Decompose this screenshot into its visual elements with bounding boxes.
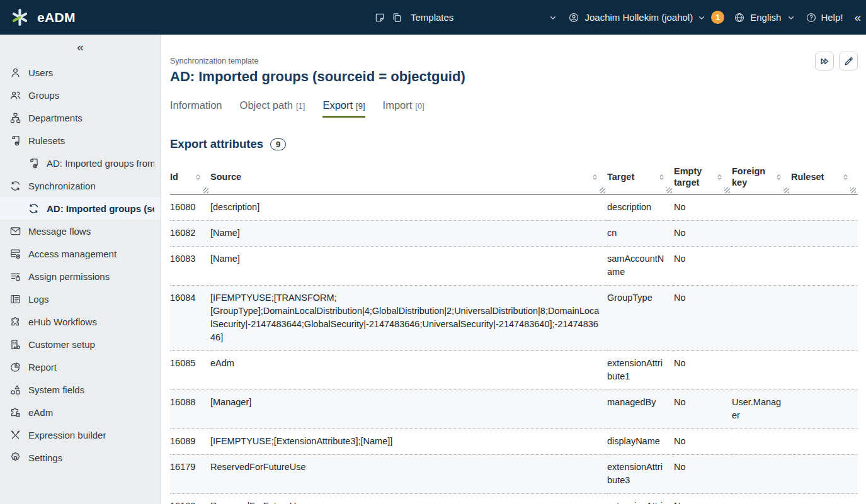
sidebar-item-groups[interactable]: Groups <box>0 84 161 106</box>
sidebar-item-expression-builder[interactable]: Expression builder <box>0 423 161 446</box>
sidebar-collapse-icon[interactable]: « <box>0 38 161 61</box>
run-sync-button[interactable] <box>815 52 834 70</box>
puzzle-info-icon <box>9 406 21 418</box>
sidebar-item-assign-permissions[interactable]: Assign permissions <box>0 265 161 288</box>
sort-icon[interactable] <box>715 172 724 182</box>
sidebar-item-ehub-workflows[interactable]: eHub Workflows <box>0 310 161 333</box>
tab-information[interactable]: Information <box>170 99 222 118</box>
chevron-down-icon <box>786 13 796 23</box>
column-resize-handle[interactable] <box>600 188 605 193</box>
sort-icon[interactable] <box>774 172 783 182</box>
sidebar-item-rulesets[interactable]: Rulesets <box>0 129 161 152</box>
table-row[interactable]: 16080[description]descriptionNo <box>170 195 858 221</box>
column-resize-handle[interactable] <box>850 188 856 193</box>
column-resize-handle[interactable] <box>783 188 789 193</box>
sidebar-item-ad-imported-groups-sour[interactable]: AD: Imported groups (sour... <box>0 197 161 220</box>
sidebar-item-departments[interactable]: Departments <box>0 106 161 129</box>
table-row[interactable]: 16082[Name]cnNo <box>170 221 858 247</box>
user-circle-icon <box>568 12 579 23</box>
sidebar-item-label: Users <box>28 67 53 78</box>
column-resize-handle[interactable] <box>666 188 672 193</box>
cell-foreign_key <box>732 455 791 494</box>
cell-empty_target: No <box>674 286 732 351</box>
cell-empty_target: No <box>674 455 732 494</box>
cell-foreign_key <box>732 286 791 351</box>
sidebar-item-label: Rulesets <box>28 135 65 146</box>
sidebar-item-access-management[interactable]: Access management <box>0 242 161 265</box>
sidebar-item-logs[interactable]: Logs <box>0 288 161 310</box>
section-count-badge: 9 <box>270 138 286 150</box>
table-row[interactable]: 16180ReservedForFutureUseextensionAttrib… <box>170 494 858 504</box>
templates-dropdown[interactable]: Templates <box>374 0 558 35</box>
cell-target: cn <box>607 221 674 247</box>
user-icon <box>9 67 21 79</box>
sidebar-item-synchronization[interactable]: Synchronization <box>0 174 161 197</box>
table-body: 16080[description]descriptionNo16082[Nam… <box>170 195 858 504</box>
copy-icon[interactable] <box>391 12 402 23</box>
tab-label: Import <box>383 99 413 111</box>
section-head: Export attributes 9 <box>170 137 858 151</box>
table-row[interactable]: 16179ReservedForFutureUseextensionAttrib… <box>170 455 858 494</box>
sidebar-item-message-flows[interactable]: Message flows <box>0 220 161 242</box>
cell-empty_target: No <box>674 221 732 247</box>
sort-icon[interactable] <box>193 172 203 182</box>
table-row[interactable]: 16089[IFEMPTYUSE;[ExtensionAttribute3];[… <box>170 429 858 455</box>
column-resize-handle[interactable] <box>203 188 208 193</box>
sort-icon[interactable] <box>657 172 666 182</box>
cell-empty_target: No <box>674 351 732 390</box>
cell-ruleset <box>791 351 858 390</box>
column-header-target: Target <box>607 163 674 195</box>
cell-target: description <box>607 195 674 221</box>
table-row[interactable]: 16083[Name]samAccountNameNo <box>170 247 858 286</box>
sidebar-item-users[interactable]: Users <box>0 61 161 84</box>
cell-foreign_key <box>732 429 791 455</box>
sidebar-item-label: Access management <box>28 249 117 259</box>
sort-icon[interactable] <box>841 172 850 182</box>
cell-empty_target: No <box>674 195 732 221</box>
collapse-right-icon[interactable]: « <box>852 11 863 25</box>
table-row[interactable]: 16085eAdmextensionAttribute1No <box>170 351 858 390</box>
tab-object-path[interactable]: Object path 1 <box>240 99 305 118</box>
column-resize-handle[interactable] <box>724 188 730 193</box>
cell-id: 16082 <box>170 221 210 247</box>
tab-export[interactable]: Export 9 <box>322 99 365 118</box>
sidebar-item-eadm[interactable]: eAdm <box>0 401 161 423</box>
chevron-down-icon <box>697 13 707 23</box>
cell-target: displayName <box>607 429 674 455</box>
cell-foreign_key <box>732 494 791 504</box>
cell-ruleset <box>791 286 858 351</box>
sidebar-item-label: eAdm <box>28 407 53 418</box>
column-header-empty_target: Empty target <box>674 163 732 195</box>
tab-import[interactable]: Import 0 <box>383 99 424 118</box>
column-header-label: Foreign key <box>732 165 774 188</box>
cell-target: managedBy <box>607 390 674 429</box>
table-row[interactable]: 16088[Manager]managedByNoUser.Manager <box>170 390 858 429</box>
cell-source: [IFEMPTYUSE;[ExtensionAttribute3];[Name]… <box>210 429 607 455</box>
sidebar-item-label: Message flows <box>28 226 91 237</box>
cell-ruleset <box>791 390 858 429</box>
sidebar-item-ad-imported-groups-from[interactable]: AD: Imported groups from ... <box>0 152 161 174</box>
language-selector[interactable]: English <box>734 12 796 23</box>
ruleset-icon <box>9 135 21 147</box>
sidebar-item-customer-setup[interactable]: Customer setup <box>0 333 161 356</box>
cell-target: extensionAttribute1 <box>607 351 674 390</box>
cell-id: 16089 <box>170 429 210 455</box>
cell-ruleset <box>791 429 858 455</box>
sidebar-item-label: AD: Imported groups from ... <box>47 158 154 169</box>
user-menu[interactable]: Joachim Hollekim (joahol) <box>568 12 707 23</box>
sidebar-item-label: Report <box>28 362 57 372</box>
fast-forward-icon <box>819 56 830 67</box>
template-kicker: Synchronization template <box>170 57 858 65</box>
sidebar-item-report[interactable]: Report <box>0 356 161 378</box>
table-row[interactable]: 16084[IFEMPTYUSE;[TRANSFORM;[GroupType];… <box>170 286 858 351</box>
app-logo-home[interactable]: eADM <box>9 7 76 28</box>
sidebar-item-system-fields[interactable]: System fields <box>0 378 161 401</box>
logs-icon <box>9 293 21 305</box>
edit-button[interactable] <box>839 52 858 70</box>
notification-badge[interactable]: 1 <box>711 11 724 24</box>
help-link[interactable]: Help! <box>806 12 843 23</box>
topbar-right: Joachim Hollekim (joahol) 1 English <box>568 0 863 35</box>
sidebar-item-settings[interactable]: Settings <box>0 446 161 469</box>
document-icon[interactable] <box>374 12 385 23</box>
sort-icon[interactable] <box>590 172 600 182</box>
